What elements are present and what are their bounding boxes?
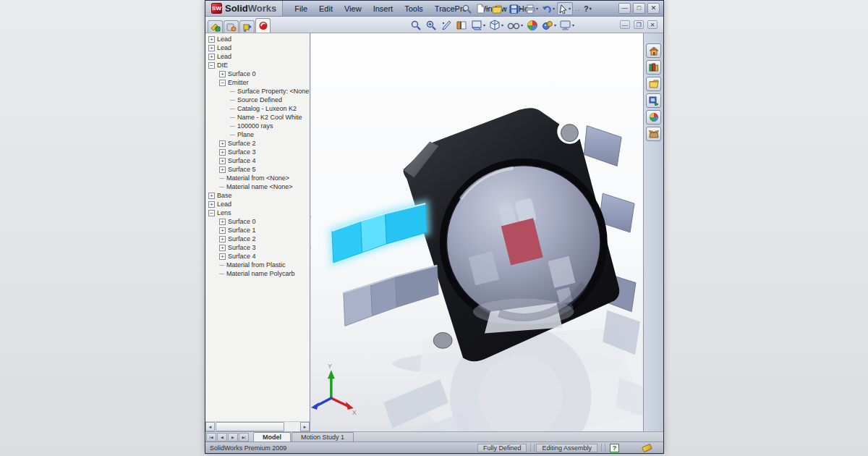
dropdown-arrow-icon[interactable]: ▾ bbox=[503, 7, 506, 11]
collapse-icon[interactable]: − bbox=[208, 210, 215, 216]
tree-horizontal-scrollbar[interactable]: ◄ ► bbox=[205, 421, 310, 431]
tree-item[interactable]: −DIE bbox=[205, 61, 310, 69]
tree-item[interactable]: Name - K2 Cool White bbox=[205, 113, 310, 122]
hide-show-items-button[interactable]: ▾ bbox=[506, 18, 524, 32]
tree-item[interactable]: +Surface 0 bbox=[205, 69, 310, 78]
tree-item[interactable]: +Surface 0 bbox=[205, 217, 310, 226]
dropdown-arrow-icon[interactable]: ▾ bbox=[501, 23, 503, 28]
tab-nav-button-2[interactable]: ▶ bbox=[228, 433, 238, 442]
minimize-button[interactable]: — bbox=[618, 3, 631, 14]
close-button[interactable]: ✕ bbox=[647, 3, 660, 14]
zoom-area-button[interactable] bbox=[425, 18, 438, 32]
expand-icon[interactable]: + bbox=[219, 149, 226, 156]
tab-propertymanager[interactable] bbox=[224, 20, 239, 33]
expand-icon[interactable]: + bbox=[208, 201, 215, 208]
tree-item[interactable]: Material name <None> bbox=[205, 182, 310, 191]
custom-properties-button[interactable] bbox=[646, 127, 661, 141]
view-settings-button[interactable]: ▾ bbox=[559, 18, 575, 32]
dropdown-arrow-icon[interactable]: ▾ bbox=[483, 23, 485, 28]
search-button[interactable] bbox=[460, 2, 474, 15]
front-lead[interactable] bbox=[344, 266, 438, 326]
expand-icon[interactable]: + bbox=[208, 45, 215, 51]
dropdown-arrow-icon[interactable]: ▾ bbox=[590, 7, 592, 11]
file-explorer-button[interactable] bbox=[646, 77, 661, 91]
dropdown-arrow-icon[interactable]: ▾ bbox=[519, 7, 522, 11]
maximize-button[interactable]: □ bbox=[633, 3, 645, 14]
open-button[interactable]: ▾ bbox=[490, 2, 507, 15]
tree-item[interactable]: +Surface 3 bbox=[205, 148, 310, 156]
tree-item[interactable]: +Lead bbox=[205, 52, 310, 61]
expand-icon[interactable]: + bbox=[219, 140, 226, 147]
view-orientation-button[interactable]: ▾ bbox=[470, 18, 486, 32]
menu-file[interactable]: File bbox=[289, 3, 313, 14]
menu-edit[interactable]: Edit bbox=[313, 3, 339, 14]
undo-button[interactable]: ▾ bbox=[540, 2, 556, 15]
tree-item[interactable]: −Emitter bbox=[205, 78, 310, 87]
help-button[interactable]: ? ▾ bbox=[582, 2, 593, 15]
tree-item[interactable]: +Surface 3 bbox=[205, 243, 310, 252]
print-button[interactable]: ▾ bbox=[524, 2, 540, 15]
tag-icon[interactable] bbox=[642, 443, 652, 452]
tree-item[interactable]: Material from Plastic bbox=[205, 261, 310, 269]
expand-icon[interactable]: + bbox=[219, 245, 226, 251]
menu-insert[interactable]: Insert bbox=[367, 3, 399, 14]
tree-item[interactable]: +Lead bbox=[205, 43, 310, 52]
dropdown-arrow-icon[interactable]: ▾ bbox=[553, 7, 555, 11]
resources-button[interactable] bbox=[646, 43, 661, 58]
tree-item[interactable]: +Surface 1 bbox=[205, 226, 310, 235]
toolbar-overflow[interactable]: .. bbox=[574, 5, 582, 12]
expand-icon[interactable]: + bbox=[219, 236, 226, 242]
doc-restore-button[interactable]: ❐ bbox=[634, 20, 644, 29]
tab-nav-button-0[interactable]: |◀ bbox=[206, 433, 216, 442]
scrollbar-track[interactable] bbox=[284, 422, 300, 431]
expand-icon[interactable]: + bbox=[208, 193, 215, 199]
graphics-viewport[interactable]: Y X Z bbox=[311, 33, 644, 431]
selected-lead[interactable] bbox=[332, 203, 427, 263]
dropdown-arrow-icon[interactable]: ▾ bbox=[572, 23, 574, 28]
tab-configurationmanager[interactable] bbox=[239, 20, 255, 33]
tree-item[interactable]: +Surface 2 bbox=[205, 139, 310, 148]
expand-icon[interactable]: + bbox=[219, 166, 226, 173]
tab-motion-study-1[interactable]: Motion Study 1 bbox=[292, 432, 354, 442]
scroll-left-arrow[interactable]: ◄ bbox=[205, 422, 215, 431]
collapse-icon[interactable]: − bbox=[219, 80, 226, 86]
tree-item[interactable]: +Surface 4 bbox=[205, 156, 310, 165]
menu-view[interactable]: View bbox=[339, 3, 367, 14]
tree-item[interactable]: Surface Property: <None> bbox=[205, 87, 310, 96]
expand-icon[interactable]: + bbox=[219, 158, 226, 164]
expand-icon[interactable]: + bbox=[219, 253, 226, 260]
appearances-scenes-button[interactable] bbox=[646, 110, 661, 124]
tree-item[interactable]: 100000 rays bbox=[205, 122, 310, 130]
expand-icon[interactable]: + bbox=[219, 227, 226, 234]
save-button[interactable]: ▾ bbox=[508, 2, 523, 15]
previous-view-button[interactable] bbox=[440, 18, 453, 32]
apply-scene-button[interactable] bbox=[526, 18, 539, 32]
view-palette-button[interactable] bbox=[646, 93, 661, 108]
tree-item[interactable]: Material name Polycarb bbox=[205, 269, 310, 278]
dropdown-arrow-icon[interactable]: ▾ bbox=[521, 23, 523, 28]
select-tool-button[interactable]: ▾ bbox=[557, 2, 573, 15]
dropdown-arrow-icon[interactable]: ▾ bbox=[536, 7, 538, 11]
expand-icon[interactable]: + bbox=[208, 36, 215, 43]
dropdown-arrow-icon[interactable]: ▾ bbox=[486, 7, 488, 11]
design-library-button[interactable] bbox=[646, 60, 661, 75]
tab-nav-button-3[interactable]: ▶| bbox=[239, 433, 249, 442]
tree-item[interactable]: Plane bbox=[205, 130, 310, 139]
expand-icon[interactable]: + bbox=[219, 219, 226, 225]
tree-item[interactable]: Material from <None> bbox=[205, 174, 310, 182]
tab-model[interactable]: Model bbox=[253, 432, 291, 442]
section-view-button[interactable] bbox=[455, 18, 468, 32]
collapse-icon[interactable]: − bbox=[208, 62, 215, 69]
tab-nav-button-1[interactable]: ◀ bbox=[217, 433, 227, 442]
tree-item[interactable]: −Lens bbox=[205, 208, 310, 217]
doc-close-button[interactable]: ✕ bbox=[647, 20, 658, 29]
expand-icon[interactable]: + bbox=[208, 54, 215, 60]
dropdown-arrow-icon[interactable]: ▾ bbox=[554, 23, 556, 28]
tree-item[interactable]: +Base bbox=[205, 191, 310, 200]
tab-tracepro-manager[interactable] bbox=[255, 18, 271, 33]
tree-item[interactable]: +Lead bbox=[205, 35, 310, 43]
tree-item[interactable]: +Surface 2 bbox=[205, 235, 310, 243]
expand-icon[interactable]: + bbox=[219, 71, 226, 77]
tab-featuremanager[interactable] bbox=[208, 20, 223, 33]
zoom-fit-button[interactable] bbox=[409, 18, 422, 32]
